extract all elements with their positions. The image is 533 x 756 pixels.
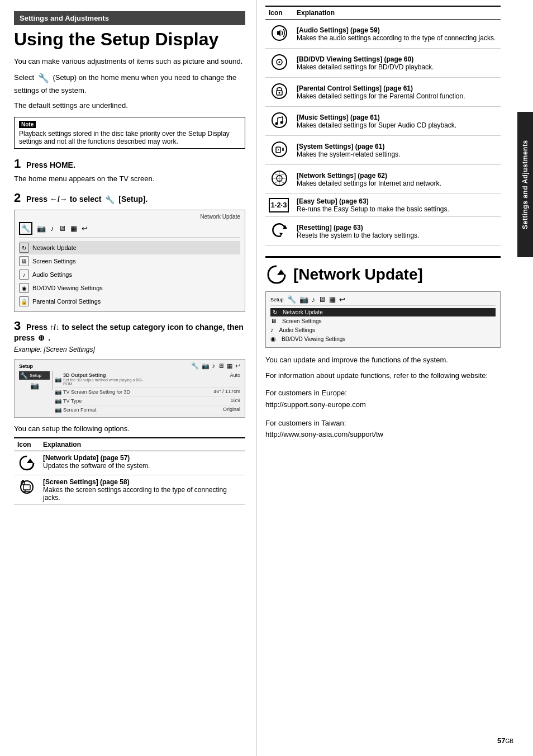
mockup-icon-cam: 📷 xyxy=(37,224,46,233)
explanation-cell-screen: [Screen Settings] (page 58) Makes the sc… xyxy=(40,475,245,505)
table-row: [System Settings] (page 61) Makes the sy… xyxy=(265,136,501,165)
svg-point-14 xyxy=(280,121,283,124)
screen-settings-icon xyxy=(18,478,36,496)
icon-cell-network xyxy=(14,451,40,475)
icon-cell-audio xyxy=(265,20,293,49)
svg-rect-2 xyxy=(23,485,30,490)
reset-icon xyxy=(269,220,289,240)
mockup2-left: 🔧 Setup 📷 xyxy=(19,371,53,390)
right-table-header-explanation: Explanation xyxy=(293,6,501,20)
table-row: [BD/DVD Viewing Settings] (page 60) Make… xyxy=(265,49,501,78)
table-row: [Network Settings] (page 62) Makes detai… xyxy=(265,165,501,194)
network-update-body1: You can update and improve the functions… xyxy=(265,355,501,366)
intro-para3: The default settings are underlined. xyxy=(14,100,245,111)
mockup-menu-network: ↻ Network Update xyxy=(19,241,240,254)
explanation-cell-audio: [Audio Settings] (page 59) Makes the aud… xyxy=(293,20,501,49)
mockup-screen-2: Setup 🔧📷♪🖥▦↩ 🔧 Setup 📷 xyxy=(14,359,245,418)
svg-point-13 xyxy=(275,122,278,125)
step1-body: The home menu appears on the TV screen. xyxy=(14,173,245,185)
explanation-cell-bddvd: [BD/DVD Viewing Settings] (page 60) Make… xyxy=(293,49,501,78)
svg-point-12 xyxy=(272,113,287,127)
svg-point-17 xyxy=(278,149,279,150)
network-europe: For customers in Europe: http://support.… xyxy=(265,388,501,411)
network-settings-icon xyxy=(269,168,289,188)
explanation-cell-easysetup: [Easy Setup] (page 63) Re-runs the Easy … xyxy=(293,194,501,217)
right-table-header-icon: Icon xyxy=(265,6,293,20)
mockup2-header: Setup 🔧📷♪🖥▦↩ xyxy=(19,362,240,370)
page-title: Using the Setup Display xyxy=(14,30,245,49)
system-icon xyxy=(269,139,289,159)
section-header: Settings and Adjustments xyxy=(14,11,245,25)
step2-number: 2 xyxy=(14,191,21,205)
step2-title: Press ←/→ to select 🔧 [Setup]. xyxy=(26,195,148,204)
mockup-bddvd-icon: ◉ xyxy=(19,283,29,293)
table-row: [Music Settings] (page 61) Makes detaile… xyxy=(265,107,501,136)
table-row: 1·2·3 [Easy Setup] (page 63) Re-runs the… xyxy=(265,194,501,217)
explanation-cell-music: [Music Settings] (page 61) Makes detaile… xyxy=(293,107,501,136)
audio-settings-icon xyxy=(269,23,289,43)
step3-title: Press ↑/↓ to select the setup category i… xyxy=(14,323,244,342)
svg-point-9 xyxy=(272,84,287,98)
mockup2-item-active: 🔧 Setup xyxy=(19,371,50,380)
sm-row-bddvd: ◉ BD/DVD Viewing Settings xyxy=(270,334,496,344)
step1-number: 1 xyxy=(14,157,21,171)
svg-point-8 xyxy=(279,62,280,63)
mockup-audio-icon: ♪ xyxy=(19,270,29,280)
intro-para1: You can make various adjustments of item… xyxy=(14,56,245,67)
setup-mockup-right: Setup 🔧 📷 ♪ 🖥 ▦ ↩ ↻ Network Update 🖥 xyxy=(265,291,501,348)
mockup-icon-screen: 🖥 xyxy=(59,224,66,233)
mockup2-container: 🔧 Setup 📷 📷 3D Output Setting xyxy=(19,371,240,414)
network-update-large-icon xyxy=(265,263,288,286)
sm-icon-back: ↩ xyxy=(339,295,345,304)
sm-icon-screen: 🖥 xyxy=(318,295,326,304)
step1-title: Press HOME. xyxy=(26,160,75,169)
table-row: [Resetting] (page 63) Resets the system … xyxy=(265,217,501,246)
icon-cell-parental xyxy=(265,78,293,107)
side-tab: Settings and Adjustments xyxy=(517,112,533,257)
icon-cell-network-settings xyxy=(265,165,293,194)
mockup-icon-arrow: ↩ xyxy=(82,224,88,233)
sm-icon-music: ♪ xyxy=(312,295,316,304)
step3-number: 3 xyxy=(14,319,21,333)
table-header-explanation: Explanation xyxy=(40,438,245,451)
svg-point-15 xyxy=(272,142,287,157)
mockup-menu-audio: ♪ Audio Settings xyxy=(19,268,240,281)
music-icon xyxy=(269,110,289,130)
mockup-icons-row: 🔧 📷 ♪ 🖥 ▦ ↩ xyxy=(19,222,240,238)
network-update-icon xyxy=(18,454,36,472)
step-1: 1 Press HOME. The home menu appears on t… xyxy=(14,157,245,185)
explanation-cell-reset: [Resetting] (page 63) Resets the system … xyxy=(293,217,501,246)
explanation-cell-parental: [Parental Control Settings] (page 61) Ma… xyxy=(293,78,501,107)
icon-cell-easysetup: 1·2·3 xyxy=(265,194,293,217)
bddvd-icon xyxy=(269,52,289,72)
sm-row-screen: 🖥 Screen Settings xyxy=(270,316,496,325)
mockup-icon-grid: ▦ xyxy=(70,224,77,233)
note-box: Note Playback settings stored in the dis… xyxy=(14,117,245,149)
step3-example: Example: [Screen Settings] xyxy=(14,344,245,355)
sm-icon-setup: 🔧 xyxy=(287,295,296,304)
mockup-menu-bddvd: ◉ BD/DVD Viewing Settings xyxy=(19,281,240,295)
mockup2-row-1: 📷 3D Output Setting Set the 3D output me… xyxy=(55,371,240,388)
icon-cell-bddvd xyxy=(265,49,293,78)
mockup2-row-3: 📷 TV Type 16:9 xyxy=(55,396,240,405)
table-row: [Network Update] (page 57) Updates the s… xyxy=(14,451,245,475)
note-label: Note xyxy=(19,121,36,128)
setup-mockup-icons-row: 🔧 📷 ♪ 🖥 ▦ ↩ xyxy=(287,295,346,304)
sm-row-audio: ♪ Audio Settings xyxy=(270,325,496,334)
table-row: [Screen Settings] (page 58) Makes the sc… xyxy=(14,475,245,505)
mockup-screen-1: Network Update 🔧 📷 ♪ 🖥 ▦ ↩ ↻ Network Upd… xyxy=(14,210,245,312)
mockup-menu-parental: 🔒 Parental Control Settings xyxy=(19,295,240,308)
icon-cell-screen xyxy=(14,475,40,505)
step3-body: Example: [Screen Settings] xyxy=(14,344,245,355)
mockup-menu-screen: 🖥 Screen Settings xyxy=(19,254,240,268)
left-icon-table: Icon Explanation xyxy=(14,437,245,505)
setup-icon-step2: 🔧 xyxy=(105,195,115,204)
circle-plus-icon: ⊕ xyxy=(38,333,45,342)
svg-point-11 xyxy=(279,92,280,94)
explanation-cell-network: [Network Update] (page 57) Updates the s… xyxy=(40,451,245,475)
icon-cell-music xyxy=(265,107,293,136)
mockup2-row-2: 📷 TV Screen Size Setting for 3D 46" / 11… xyxy=(55,388,240,396)
table-row: [Audio Settings] (page 59) Makes the aud… xyxy=(265,20,501,49)
setup-icon-inline: 🔧 xyxy=(38,72,49,85)
network-update-section: [Network Update] Setup 🔧 📷 ♪ 🖥 ▦ ↩ xyxy=(265,256,501,441)
